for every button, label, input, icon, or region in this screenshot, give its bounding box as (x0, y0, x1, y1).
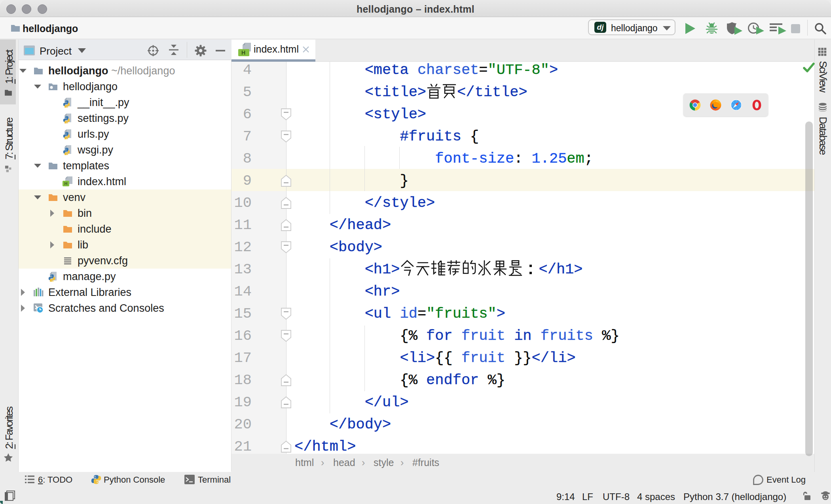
svg-text:H: H (241, 49, 245, 56)
svg-text:H: H (65, 181, 68, 186)
